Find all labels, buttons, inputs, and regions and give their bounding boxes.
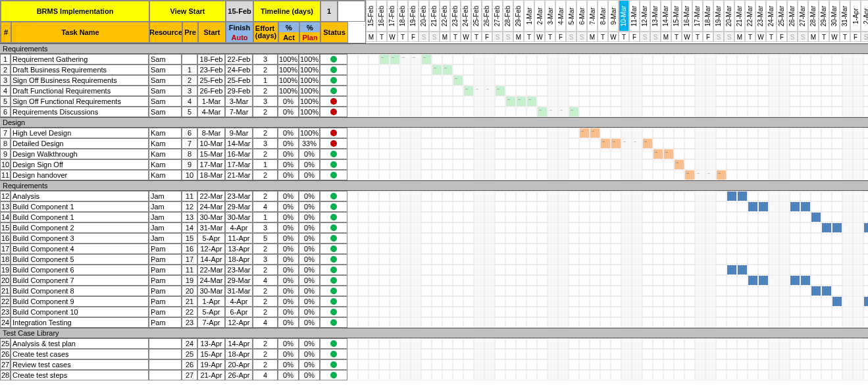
task-resource[interactable] <box>149 349 182 359</box>
task-resource[interactable]: Kam <box>149 138 182 149</box>
task-row[interactable]: 23Build Component 10Pam225-Apr6-Apr20%0% <box>0 307 347 317</box>
task-resource[interactable]: Pam <box>149 286 182 296</box>
task-pre[interactable]: 7 <box>182 138 197 149</box>
task-effort[interactable]: 3 <box>253 222 278 233</box>
task-start[interactable]: 10-Mar <box>197 138 225 149</box>
task-pre[interactable]: 10 <box>182 170 197 180</box>
task-start[interactable]: 22-Mar <box>197 191 225 201</box>
task-resource[interactable]: Jam <box>149 222 182 233</box>
task-row[interactable]: 13Build Component 1Jam1224-Mar29-Mar40%0… <box>0 201 347 212</box>
task-name[interactable]: Build Component 10 <box>11 307 149 317</box>
task-pre[interactable]: 4 <box>182 96 197 107</box>
task-pre[interactable]: 21 <box>182 296 197 307</box>
task-effort[interactable]: 2 <box>253 296 278 307</box>
task-name[interactable]: Build Component 6 <box>11 265 149 275</box>
task-effort[interactable]: 3 <box>253 254 278 265</box>
task-start[interactable]: 30-Mar <box>197 212 225 222</box>
col-status[interactable]: Status <box>320 22 348 43</box>
task-row[interactable]: 2Draft Business RequirementsSam123-Feb24… <box>0 64 347 75</box>
task-effort[interactable]: 2 <box>253 265 278 275</box>
task-start[interactable]: 5-Apr <box>197 233 225 244</box>
col-task[interactable]: Task Name <box>11 22 149 43</box>
task-name[interactable]: Analysis & test plan <box>11 338 149 349</box>
task-finish[interactable]: 26-Apr <box>225 370 253 380</box>
task-name[interactable]: Sign Off Functional Requirements <box>11 96 149 107</box>
task-effort[interactable]: 1 <box>253 75 278 86</box>
task-row[interactable]: 26Create test cases2515-Apr18-Apr20%0% <box>0 349 347 359</box>
task-resource[interactable]: Kam <box>149 128 182 138</box>
task-resource[interactable]: Jam <box>149 191 182 201</box>
task-name[interactable]: Requirements Discussions <box>11 107 149 117</box>
task-name[interactable]: Analysis <box>11 191 149 201</box>
task-row[interactable]: 25Analysis & test plan2413-Apr14-Apr20%0… <box>0 338 347 349</box>
task-effort[interactable]: 3 <box>253 54 278 64</box>
task-row[interactable]: 20Build Component 7Pam1924-Mar29-Mar40%0… <box>0 275 347 286</box>
task-finish[interactable]: 4-Apr <box>225 296 253 307</box>
task-row[interactable]: 28Create test steps2721-Apr26-Apr40%0% <box>0 370 347 380</box>
task-act[interactable]: 0% <box>278 317 299 328</box>
task-act[interactable]: 0% <box>278 265 299 275</box>
task-row[interactable]: 9Design WalkthroughKam815-Mar16-Mar20%0% <box>0 149 347 159</box>
task-start[interactable]: 15-Apr <box>197 349 225 359</box>
task-finish[interactable]: 24-Feb <box>225 64 253 75</box>
task-pre[interactable]: 27 <box>182 370 197 380</box>
task-act[interactable]: 0% <box>278 159 299 170</box>
task-row[interactable]: 12AnalysisJam1122-Mar23-Mar20%0% <box>0 191 347 201</box>
task-finish[interactable]: 25-Feb <box>225 75 253 86</box>
task-start[interactable]: 24-Mar <box>197 275 225 286</box>
task-finish[interactable]: 9-Mar <box>225 128 253 138</box>
task-effort[interactable]: 2 <box>253 338 278 349</box>
task-resource[interactable]: Sam <box>149 54 182 64</box>
task-finish[interactable]: 22-Feb <box>225 54 253 64</box>
task-pre[interactable]: 12 <box>182 201 197 212</box>
task-row[interactable]: 7High Level DesignKam68-Mar9-Mar20%100% <box>0 128 347 138</box>
task-act[interactable]: 0% <box>278 338 299 349</box>
task-act[interactable]: 0% <box>278 359 299 370</box>
col-effort[interactable]: Effort (days) <box>253 22 278 43</box>
task-pre[interactable]: 16 <box>182 244 197 254</box>
task-finish[interactable]: 14-Mar <box>225 138 253 149</box>
task-row[interactable]: 1Requirement GatheringSam18-Feb22-Feb310… <box>0 54 347 64</box>
task-row[interactable]: 22Build Component 9Pam211-Apr4-Apr20%0% <box>0 296 347 307</box>
task-row[interactable]: 5Sign Off Functional RequirementsSam41-M… <box>0 96 347 107</box>
task-finish[interactable]: 6-Apr <box>225 307 253 317</box>
task-resource[interactable]: Pam <box>149 254 182 265</box>
task-effort[interactable]: 2 <box>253 149 278 159</box>
task-resource[interactable]: Sam <box>149 75 182 86</box>
task-pre[interactable]: 20 <box>182 286 197 296</box>
task-row[interactable]: 24Integration TestingPam237-Apr12-Apr40%… <box>0 317 347 328</box>
task-effort[interactable]: 2 <box>253 64 278 75</box>
task-resource[interactable] <box>149 359 182 370</box>
task-pre[interactable]: 14 <box>182 222 197 233</box>
task-effort[interactable]: 5 <box>253 233 278 244</box>
task-act[interactable]: 0% <box>278 254 299 265</box>
task-resource[interactable]: Kam <box>149 149 182 159</box>
task-name[interactable]: Detailed Design <box>11 138 149 149</box>
task-finish[interactable]: 23-Mar <box>225 191 253 201</box>
task-finish[interactable]: 3-Mar <box>225 96 253 107</box>
task-effort[interactable]: 1 <box>253 159 278 170</box>
task-start[interactable]: 24-Mar <box>197 201 225 212</box>
task-finish[interactable]: 11-Apr <box>225 233 253 244</box>
task-start[interactable]: 1-Mar <box>197 96 225 107</box>
task-act[interactable]: 0% <box>278 201 299 212</box>
task-start[interactable]: 5-Apr <box>197 307 225 317</box>
task-start[interactable]: 18-Feb <box>197 54 225 64</box>
task-pre[interactable]: 5 <box>182 107 197 117</box>
task-pre[interactable]: 13 <box>182 212 197 222</box>
task-name[interactable]: Design Walkthrough <box>11 149 149 159</box>
task-row[interactable]: 19Build Component 6Pam1122-Mar23-Mar20%0… <box>0 265 347 275</box>
task-act[interactable]: 100% <box>278 64 299 75</box>
view-start-date[interactable]: 15-Feb <box>226 1 253 22</box>
task-start[interactable]: 31-Mar <box>197 222 225 233</box>
task-start[interactable]: 30-Mar <box>197 286 225 296</box>
col-pre[interactable]: Pre <box>182 22 198 43</box>
task-name[interactable]: Design Sign Off <box>11 159 149 170</box>
task-resource[interactable]: Pam <box>149 275 182 286</box>
task-effort[interactable]: 2 <box>253 107 278 117</box>
task-pre[interactable]: 17 <box>182 254 197 265</box>
task-pre[interactable]: 1 <box>182 64 197 75</box>
task-row[interactable]: 27Review test cases2619-Apr20-Apr20%0% <box>0 359 347 370</box>
task-pre[interactable]: 2 <box>182 75 197 86</box>
task-resource[interactable]: Kam <box>149 159 182 170</box>
